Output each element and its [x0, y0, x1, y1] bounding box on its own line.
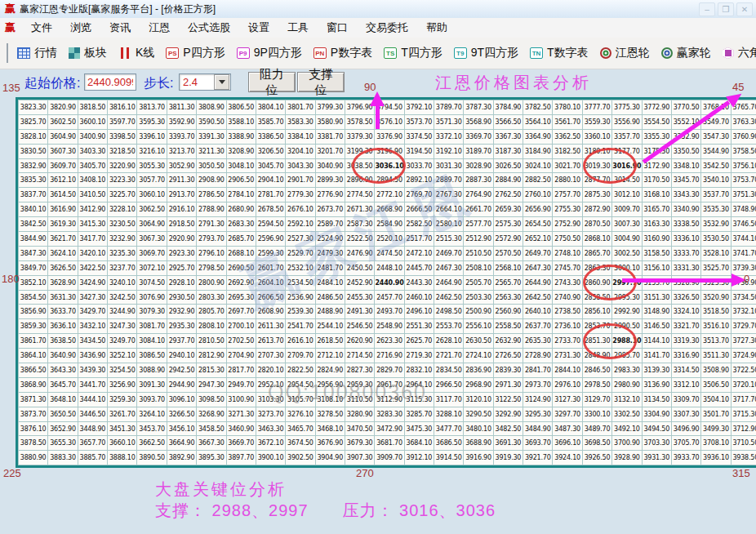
price-cell[interactable]: 2906.50 [226, 173, 256, 188]
price-cell[interactable]: 3770.50 [671, 100, 700, 115]
price-cell[interactable]: 2452.90 [345, 275, 374, 290]
price-cell[interactable]: 3564.10 [523, 114, 553, 129]
price-cell[interactable]: 3672.10 [256, 436, 285, 451]
price-cell[interactable]: 3705.70 [671, 436, 700, 451]
price-cell[interactable]: 2599.30 [256, 246, 285, 260]
price-cell[interactable]: 3069.70 [137, 246, 167, 260]
price-cell[interactable]: 3619.30 [48, 217, 78, 232]
price-cell[interactable]: 3244.90 [108, 305, 137, 319]
price-cell[interactable]: 3218.50 [108, 144, 137, 158]
price-cell[interactable]: 3878.50 [19, 436, 48, 451]
price-cell[interactable]: 3715.30 [731, 407, 756, 421]
price-cell[interactable]: 3624.10 [48, 246, 78, 260]
price-cell[interactable]: 3691.30 [493, 436, 523, 451]
price-cell[interactable]: 3823.30 [19, 100, 48, 115]
price-cell[interactable]: 3139.30 [642, 363, 671, 378]
price-cell[interactable]: 3724.90 [731, 349, 756, 363]
price-cell[interactable]: 3213.70 [167, 144, 196, 158]
price-cell[interactable]: 3763.30 [731, 114, 756, 129]
price-cell[interactable]: 2524.90 [315, 232, 345, 247]
price-cell[interactable]: 2956.90 [315, 377, 345, 392]
price-cell[interactable]: 3542.50 [701, 158, 731, 173]
price-cell[interactable]: 2973.70 [523, 377, 553, 392]
price-cell[interactable]: 3748.90 [731, 202, 756, 217]
price-cell[interactable]: 3535.30 [701, 202, 731, 217]
price-cell[interactable]: 2462.50 [434, 290, 464, 305]
price-cell[interactable]: 3789.70 [434, 100, 464, 115]
toolbar-button-5[interactable]: P99P四方形 [231, 43, 308, 63]
price-cell[interactable]: 2659.30 [493, 202, 523, 217]
toolbar-button-3[interactable]: K线 [113, 43, 160, 63]
price-cell[interactable]: 2995.30 [612, 290, 642, 305]
price-cell[interactable]: 2582.50 [404, 217, 434, 232]
price-cell[interactable]: 3182.50 [553, 144, 582, 158]
price-cell[interactable]: 3859.30 [19, 319, 48, 334]
price-cell[interactable]: 3019.30 [582, 158, 611, 173]
price-cell[interactable]: 3295.30 [523, 407, 553, 421]
price-cell[interactable]: 3931.30 [642, 451, 671, 465]
price-cell[interactable]: 3614.50 [48, 188, 78, 202]
price-cell[interactable]: 3756.10 [731, 158, 756, 173]
price-cell[interactable]: 3698.50 [582, 436, 611, 451]
price-cell[interactable]: 3938.50 [731, 451, 756, 465]
price-cell[interactable]: 2930.50 [167, 290, 196, 305]
price-cell[interactable]: 3578.50 [345, 114, 374, 129]
resistance-button[interactable]: 阻力位 [248, 72, 296, 92]
price-cell[interactable]: 2752.90 [553, 217, 582, 232]
price-cell[interactable]: 3180.10 [582, 144, 611, 158]
price-cell[interactable]: 2510.50 [464, 246, 493, 260]
price-cell[interactable]: 2522.50 [345, 232, 374, 247]
price-cell[interactable]: 3612.10 [48, 173, 78, 188]
price-cell[interactable]: 3052.90 [167, 158, 196, 173]
price-cell[interactable]: 2594.50 [256, 217, 285, 232]
price-cell[interactable]: 3124.90 [523, 392, 553, 407]
price-cell[interactable]: 2664.10 [434, 202, 464, 217]
price-cell[interactable]: 3297.70 [553, 407, 582, 421]
price-cell[interactable]: 3530.50 [701, 232, 731, 247]
toolbar-button-4[interactable]: PSP四方形 [160, 43, 230, 63]
price-cell[interactable]: 2978.50 [582, 377, 611, 392]
price-cell[interactable]: 2707.30 [256, 349, 285, 363]
price-cell[interactable]: 2940.10 [167, 349, 196, 363]
price-cell[interactable]: 3278.50 [315, 407, 345, 421]
price-cell[interactable]: 2676.10 [286, 202, 315, 217]
price-cell[interactable]: 3926.50 [582, 451, 611, 465]
price-cell[interactable]: 2457.70 [375, 290, 404, 305]
price-cell[interactable]: 3799.30 [315, 100, 345, 115]
price-cell[interactable]: 2896.90 [345, 173, 374, 188]
price-cell[interactable]: 3429.70 [78, 305, 107, 319]
price-cell[interactable]: 3374.50 [404, 129, 434, 144]
price-cell[interactable]: 2661.70 [464, 202, 493, 217]
menu-item-7[interactable]: 工具 [278, 20, 318, 36]
price-cell[interactable]: 2596.90 [256, 232, 285, 247]
price-cell[interactable]: 2760.10 [523, 188, 553, 202]
price-cell[interactable]: 3156.10 [642, 260, 671, 275]
price-cell[interactable]: 2455.30 [345, 290, 374, 305]
price-cell[interactable]: 2858.50 [582, 290, 611, 305]
price-cell[interactable]: 3664.90 [167, 436, 196, 451]
price-cell[interactable]: 2928.10 [167, 275, 196, 290]
price-cell[interactable]: 2608.90 [256, 305, 285, 319]
price-cell[interactable]: 2467.30 [434, 260, 464, 275]
price-cell[interactable]: 3405.70 [78, 158, 107, 173]
price-cell[interactable]: 2889.70 [434, 173, 464, 188]
price-cell[interactable]: 2450.50 [345, 260, 374, 275]
price-cell[interactable]: 3045.70 [256, 158, 285, 173]
price-cell[interactable]: 3840.10 [19, 202, 48, 217]
price-cell[interactable]: 2812.90 [197, 349, 226, 363]
price-cell[interactable]: 2798.50 [197, 260, 226, 275]
price-cell[interactable]: 3722.50 [731, 363, 756, 378]
price-cell[interactable]: 3552.10 [671, 114, 700, 129]
price-cell[interactable]: 2788.90 [197, 202, 226, 217]
price-cell[interactable]: 3160.90 [642, 232, 671, 247]
price-cell[interactable]: 3933.70 [671, 451, 700, 465]
price-cell[interactable]: 3676.90 [315, 436, 345, 451]
price-cell[interactable]: 3900.10 [256, 451, 285, 465]
price-cell[interactable]: 3777.70 [582, 100, 611, 115]
price-cell[interactable]: 3842.50 [19, 217, 48, 232]
price-cell[interactable]: 3744.10 [731, 232, 756, 247]
price-cell[interactable]: 2649.70 [523, 246, 553, 260]
price-cell[interactable]: 2836.90 [464, 363, 493, 378]
price-cell[interactable]: 3828.10 [19, 129, 48, 144]
price-cell[interactable]: 3187.30 [493, 144, 523, 158]
